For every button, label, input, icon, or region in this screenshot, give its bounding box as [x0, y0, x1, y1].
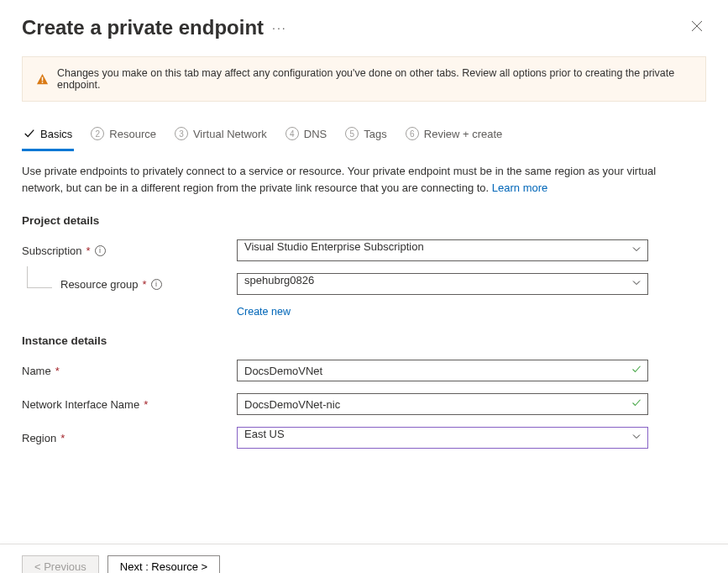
- previous-button: < Previous: [22, 555, 99, 573]
- tab-label: Tags: [364, 128, 386, 140]
- tab-label: DNS: [304, 128, 327, 140]
- step-num-icon: 2: [91, 127, 104, 140]
- tab-dns[interactable]: 4DNS: [284, 122, 328, 151]
- check-icon: [24, 128, 35, 139]
- step-num-icon: 3: [175, 127, 188, 140]
- tab-label: Resource: [109, 128, 156, 140]
- label-nic-name: Network Interface Name*: [22, 398, 237, 411]
- step-num-icon: 6: [406, 127, 419, 140]
- label-region: Region*: [22, 432, 237, 444]
- tab-label: Virtual Network: [193, 128, 267, 140]
- learn-more-link[interactable]: Learn more: [492, 181, 547, 194]
- tab-label: Basics: [40, 128, 72, 140]
- section-instance-details: Instance details: [22, 334, 706, 347]
- label-subscription: Subscription* i: [22, 244, 237, 257]
- step-num-icon: 5: [345, 127, 359, 140]
- nic-name-input[interactable]: [237, 393, 648, 415]
- create-new-link[interactable]: Create new: [237, 306, 291, 318]
- close-icon[interactable]: [688, 15, 706, 39]
- info-icon[interactable]: i: [151, 279, 162, 290]
- more-actions-icon[interactable]: ···: [272, 21, 287, 34]
- tab-label: Review + create: [424, 128, 503, 140]
- alert-text: Changes you make on this tab may affect …: [57, 67, 692, 91]
- subscription-select[interactable]: Visual Studio Enterprise Subscription: [237, 239, 648, 261]
- tab-description: Use private endpoints to privately conne…: [22, 163, 677, 196]
- tab-tags[interactable]: 5Tags: [343, 122, 388, 151]
- warning-icon: [36, 73, 49, 86]
- section-project-details: Project details: [22, 214, 706, 227]
- step-num-icon: 4: [285, 127, 299, 140]
- tab-bar: Basics 2Resource 3Virtual Network 4DNS 5…: [22, 122, 706, 151]
- label-name: Name*: [22, 365, 237, 377]
- svg-rect-1: [42, 81, 44, 83]
- svg-rect-0: [42, 76, 44, 81]
- region-select[interactable]: East US: [237, 427, 648, 449]
- page-title: Create a private endpoint: [22, 16, 264, 39]
- warning-alert: Changes you make on this tab may affect …: [22, 56, 706, 102]
- tab-virtual-network[interactable]: 3Virtual Network: [173, 122, 269, 151]
- tab-basics[interactable]: Basics: [22, 122, 74, 151]
- name-input[interactable]: [237, 360, 648, 381]
- tab-resource[interactable]: 2Resource: [89, 122, 158, 151]
- info-icon[interactable]: i: [95, 245, 106, 256]
- resource-group-select[interactable]: spehubrg0826: [237, 273, 648, 295]
- label-resource-group: Resource group* i: [22, 278, 237, 291]
- next-button[interactable]: Next : Resource >: [107, 555, 220, 573]
- tab-review-create[interactable]: 6Review + create: [404, 122, 505, 151]
